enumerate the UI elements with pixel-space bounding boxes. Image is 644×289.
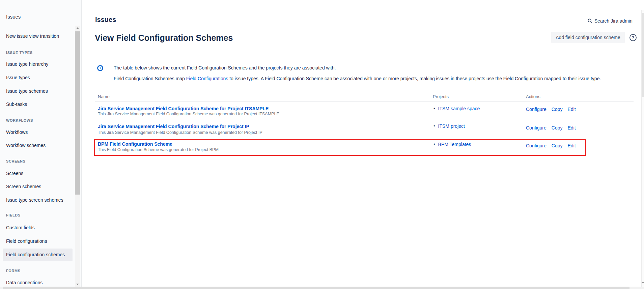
column-header-name: Name — [98, 94, 110, 99]
table-header-divider — [95, 102, 634, 102]
configure-link[interactable]: Configure — [526, 125, 547, 131]
page-title: View Field Configuration Schemes — [95, 33, 233, 43]
table-cell-projects: •BPM Templates — [433, 142, 471, 147]
project-link[interactable]: ITSM project — [438, 123, 465, 129]
sidebar-item-custom-fields[interactable]: Custom fields — [6, 225, 35, 231]
horizontal-scrollbar-thumb[interactable] — [3, 287, 629, 289]
bullet-icon: • — [433, 142, 435, 147]
info-text-line2: Field Configuration Schemes map Field Co… — [114, 76, 601, 81]
table-cell-projects: •ITSM project — [433, 123, 465, 129]
help-icon[interactable]: ? — [629, 34, 637, 41]
info-icon: i — [97, 65, 103, 71]
project-link[interactable]: ITSM sample space — [438, 106, 480, 111]
copy-link[interactable]: Copy — [552, 143, 563, 148]
info-line2-before: Field Configuration Schemes map — [114, 76, 186, 81]
scrollbar-down-icon[interactable] — [642, 282, 644, 284]
app-root: Issues New issue view transition ISSUE T… — [0, 0, 644, 289]
sidebar-item-issue-type-schemes[interactable]: Issue type schemes — [6, 88, 48, 94]
edit-link[interactable]: Edit — [567, 125, 576, 131]
sidebar-item-workflow-schemes[interactable]: Workflow schemes — [6, 142, 46, 148]
sidebar-section-forms: FORMS — [6, 268, 21, 273]
info-text-line1: The table below shows the current Field … — [114, 65, 336, 70]
sidebar-scrollbar[interactable] — [75, 26, 80, 287]
sidebar-title: Issues — [6, 14, 21, 20]
sidebar-item-sub-tasks[interactable]: Sub-tasks — [6, 101, 27, 107]
add-field-configuration-scheme-button[interactable]: Add field configuration scheme — [551, 32, 625, 43]
sidebar-item-field-configurations[interactable]: Field configurations — [6, 238, 47, 244]
scheme-description: This Jira Service Management Field Confi… — [98, 130, 262, 135]
table-cell-actions: ConfigureCopyEdit — [526, 143, 581, 148]
info-line2-after: to issue types. A Field Configuration Sc… — [228, 76, 601, 81]
table-cell-projects: •ITSM sample space — [433, 106, 480, 111]
scheme-description: This Jira Service Management Field Confi… — [98, 112, 279, 116]
copy-link[interactable]: Copy — [552, 107, 563, 112]
vertical-scrollbar-thumb[interactable] — [642, 13, 644, 97]
sidebar-item-screens[interactable]: Screens — [6, 170, 23, 176]
field-configurations-link[interactable]: Field Configurations — [186, 76, 228, 81]
search-jira-admin[interactable]: Search Jira admin — [588, 18, 633, 24]
sidebar-item-issue-type-hierarchy[interactable]: Issue type hierarchy — [6, 61, 48, 67]
sidebar-item-issue-type-screen-schemes[interactable]: Issue type screen schemes — [6, 197, 63, 203]
sidebar-scrollbar-thumb[interactable] — [75, 31, 80, 195]
horizontal-scrollbar[interactable] — [0, 287, 644, 289]
bullet-icon: • — [433, 123, 435, 128]
configure-link[interactable]: Configure — [526, 143, 547, 148]
project-link[interactable]: BPM Templates — [438, 142, 471, 147]
vertical-scrollbar[interactable] — [641, 10, 644, 287]
column-header-projects: Projects — [433, 94, 449, 99]
search-label: Search Jira admin — [594, 18, 633, 24]
sidebar-item-new-issue-view-transition[interactable]: New issue view transition — [6, 33, 59, 39]
table-cell-actions: ConfigureCopyEdit — [526, 107, 581, 112]
sidebar-item-data-connections[interactable]: Data connections — [6, 280, 43, 286]
configure-link[interactable]: Configure — [526, 107, 547, 112]
scheme-name-link[interactable]: Jira Service Management Field Configurat… — [98, 124, 249, 129]
copy-link[interactable]: Copy — [552, 125, 563, 131]
edit-link[interactable]: Edit — [567, 107, 576, 112]
column-header-actions: Actions — [526, 94, 540, 99]
sidebar-section-fields: FIELDS — [6, 213, 21, 218]
sidebar-section-screens: SCREENS — [6, 159, 25, 164]
search-icon — [588, 19, 592, 23]
scheme-description: This Field Configuration Scheme was gene… — [98, 147, 219, 152]
sidebar-section-issue-types: ISSUE TYPES — [6, 50, 33, 55]
sidebar-item-field-configuration-schemes[interactable]: Field configuration schemes — [6, 252, 65, 258]
scrollbar-up-icon[interactable] — [76, 27, 79, 29]
sidebar-section-workflows: WORKFLOWS — [6, 118, 33, 123]
table-cell-actions: ConfigureCopyEdit — [526, 125, 581, 131]
bullet-icon: • — [433, 106, 435, 111]
sidebar-item-screen-schemes[interactable]: Screen schemes — [6, 183, 41, 190]
sidebar-item-workflows[interactable]: Workflows — [6, 129, 28, 135]
edit-link[interactable]: Edit — [567, 143, 576, 148]
breadcrumb-section-heading: Issues — [95, 16, 116, 24]
scheme-name-link[interactable]: Jira Service Management Field Configurat… — [98, 106, 269, 111]
sidebar-item-issue-types[interactable]: Issue types — [6, 75, 30, 81]
scheme-name-link[interactable]: BPM Field Configuration Scheme — [98, 141, 172, 147]
scrollbar-down-icon[interactable] — [76, 284, 79, 285]
admin-sidebar: Issues New issue view transition ISSUE T… — [0, 0, 82, 289]
